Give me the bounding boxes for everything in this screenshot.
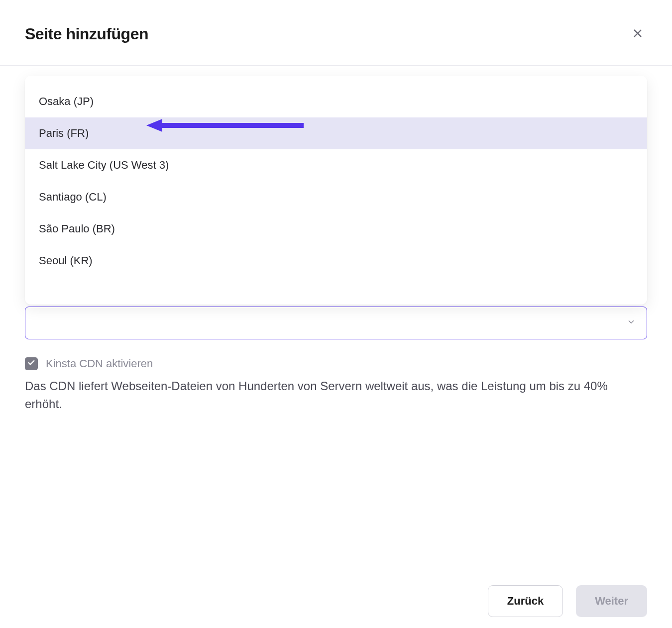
datacenter-option[interactable]: São Paulo (BR) [25, 213, 647, 245]
datacenter-option-label: Salt Lake City (US West 3) [39, 159, 169, 172]
datacenter-option-label: Osaka (JP) [39, 95, 94, 108]
close-button[interactable] [628, 24, 647, 44]
datacenter-option-label: Paris (FR) [39, 127, 89, 140]
back-button[interactable]: Zurück [488, 585, 563, 617]
cdn-description: Das CDN liefert Webseiten-Dateien von Hu… [25, 377, 647, 413]
cdn-checkbox-row: Kinsta CDN aktivieren [25, 357, 647, 370]
datacenter-option-label: Santiago (CL) [39, 191, 107, 204]
cdn-checkbox-label: Kinsta CDN aktivieren [46, 357, 153, 370]
datacenter-dropdown-list[interactable]: Osaka (JP)Paris (FR)Salt Lake City (US W… [25, 86, 647, 301]
datacenter-select-wrapper [25, 307, 647, 339]
datacenter-option[interactable]: Osaka (JP) [25, 86, 647, 117]
datacenter-option[interactable]: Paris (FR) [25, 117, 647, 149]
next-button[interactable]: Weiter [576, 585, 647, 617]
check-icon [27, 359, 35, 369]
cdn-checkbox[interactable] [25, 357, 38, 370]
chevron-down-icon [627, 317, 636, 328]
datacenter-option[interactable]: Seoul (KR) [25, 245, 647, 277]
datacenter-dropdown-panel: Osaka (JP)Paris (FR)Salt Lake City (US W… [25, 76, 647, 305]
datacenter-option-label: São Paulo (BR) [39, 222, 115, 235]
datacenter-option[interactable]: Santiago (CL) [25, 181, 647, 213]
modal-header: Seite hinzufügen [0, 0, 672, 66]
datacenter-select[interactable] [25, 307, 647, 339]
close-icon [632, 28, 643, 40]
datacenter-option[interactable]: Salt Lake City (US West 3) [25, 149, 647, 181]
page-title: Seite hinzufügen [25, 25, 148, 43]
cdn-section: Kinsta CDN aktivieren Das CDN liefert We… [25, 357, 647, 413]
modal-footer: Zurück Weiter [0, 572, 672, 628]
datacenter-option-label: Seoul (KR) [39, 254, 93, 267]
